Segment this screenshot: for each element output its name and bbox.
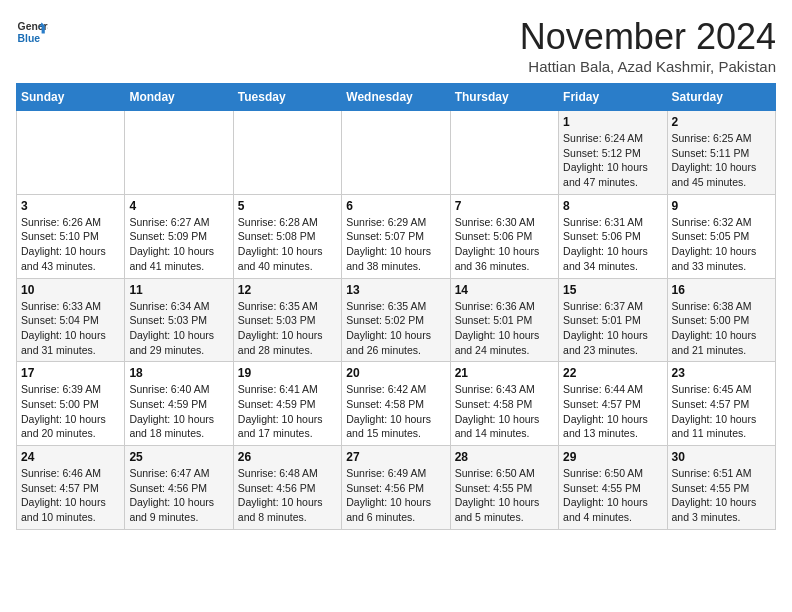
calendar-cell: 25Sunrise: 6:47 AM Sunset: 4:56 PM Dayli…: [125, 446, 233, 530]
calendar-cell: 12Sunrise: 6:35 AM Sunset: 5:03 PM Dayli…: [233, 278, 341, 362]
day-number: 23: [672, 366, 771, 380]
calendar-cell: 27Sunrise: 6:49 AM Sunset: 4:56 PM Dayli…: [342, 446, 450, 530]
page-header: General Blue November 2024 Hattian Bala,…: [16, 16, 776, 75]
day-number: 25: [129, 450, 228, 464]
calendar-cell: 14Sunrise: 6:36 AM Sunset: 5:01 PM Dayli…: [450, 278, 558, 362]
calendar-cell: [125, 111, 233, 195]
day-info: Sunrise: 6:41 AM Sunset: 4:59 PM Dayligh…: [238, 382, 337, 441]
day-info: Sunrise: 6:31 AM Sunset: 5:06 PM Dayligh…: [563, 215, 662, 274]
column-header-friday: Friday: [559, 84, 667, 111]
calendar-cell: 6Sunrise: 6:29 AM Sunset: 5:07 PM Daylig…: [342, 194, 450, 278]
calendar-cell: 19Sunrise: 6:41 AM Sunset: 4:59 PM Dayli…: [233, 362, 341, 446]
day-info: Sunrise: 6:38 AM Sunset: 5:00 PM Dayligh…: [672, 299, 771, 358]
day-info: Sunrise: 6:48 AM Sunset: 4:56 PM Dayligh…: [238, 466, 337, 525]
calendar-cell: 16Sunrise: 6:38 AM Sunset: 5:00 PM Dayli…: [667, 278, 775, 362]
day-number: 27: [346, 450, 445, 464]
day-number: 26: [238, 450, 337, 464]
calendar-header-row: SundayMondayTuesdayWednesdayThursdayFrid…: [17, 84, 776, 111]
calendar-cell: 28Sunrise: 6:50 AM Sunset: 4:55 PM Dayli…: [450, 446, 558, 530]
day-number: 7: [455, 199, 554, 213]
day-number: 2: [672, 115, 771, 129]
day-info: Sunrise: 6:47 AM Sunset: 4:56 PM Dayligh…: [129, 466, 228, 525]
day-number: 28: [455, 450, 554, 464]
day-number: 17: [21, 366, 120, 380]
column-header-sunday: Sunday: [17, 84, 125, 111]
calendar-table: SundayMondayTuesdayWednesdayThursdayFrid…: [16, 83, 776, 530]
day-number: 22: [563, 366, 662, 380]
day-number: 1: [563, 115, 662, 129]
day-number: 20: [346, 366, 445, 380]
day-info: Sunrise: 6:43 AM Sunset: 4:58 PM Dayligh…: [455, 382, 554, 441]
day-info: Sunrise: 6:49 AM Sunset: 4:56 PM Dayligh…: [346, 466, 445, 525]
day-number: 9: [672, 199, 771, 213]
column-header-tuesday: Tuesday: [233, 84, 341, 111]
calendar-cell: 24Sunrise: 6:46 AM Sunset: 4:57 PM Dayli…: [17, 446, 125, 530]
title-area: November 2024 Hattian Bala, Azad Kashmir…: [520, 16, 776, 75]
day-info: Sunrise: 6:35 AM Sunset: 5:03 PM Dayligh…: [238, 299, 337, 358]
day-info: Sunrise: 6:37 AM Sunset: 5:01 PM Dayligh…: [563, 299, 662, 358]
day-number: 15: [563, 283, 662, 297]
logo-icon: General Blue: [16, 16, 48, 48]
calendar-cell: 1Sunrise: 6:24 AM Sunset: 5:12 PM Daylig…: [559, 111, 667, 195]
calendar-cell: 5Sunrise: 6:28 AM Sunset: 5:08 PM Daylig…: [233, 194, 341, 278]
calendar-cell: 3Sunrise: 6:26 AM Sunset: 5:10 PM Daylig…: [17, 194, 125, 278]
calendar-cell: 20Sunrise: 6:42 AM Sunset: 4:58 PM Dayli…: [342, 362, 450, 446]
calendar-cell: [450, 111, 558, 195]
week-row-3: 10Sunrise: 6:33 AM Sunset: 5:04 PM Dayli…: [17, 278, 776, 362]
calendar-cell: 15Sunrise: 6:37 AM Sunset: 5:01 PM Dayli…: [559, 278, 667, 362]
calendar-cell: 2Sunrise: 6:25 AM Sunset: 5:11 PM Daylig…: [667, 111, 775, 195]
day-info: Sunrise: 6:29 AM Sunset: 5:07 PM Dayligh…: [346, 215, 445, 274]
day-number: 21: [455, 366, 554, 380]
calendar-cell: 23Sunrise: 6:45 AM Sunset: 4:57 PM Dayli…: [667, 362, 775, 446]
day-number: 12: [238, 283, 337, 297]
svg-text:Blue: Blue: [18, 33, 41, 44]
day-info: Sunrise: 6:39 AM Sunset: 5:00 PM Dayligh…: [21, 382, 120, 441]
day-number: 5: [238, 199, 337, 213]
day-number: 11: [129, 283, 228, 297]
day-info: Sunrise: 6:33 AM Sunset: 5:04 PM Dayligh…: [21, 299, 120, 358]
calendar-cell: 4Sunrise: 6:27 AM Sunset: 5:09 PM Daylig…: [125, 194, 233, 278]
column-header-saturday: Saturday: [667, 84, 775, 111]
day-info: Sunrise: 6:50 AM Sunset: 4:55 PM Dayligh…: [563, 466, 662, 525]
column-header-monday: Monday: [125, 84, 233, 111]
calendar-cell: [233, 111, 341, 195]
calendar-cell: 26Sunrise: 6:48 AM Sunset: 4:56 PM Dayli…: [233, 446, 341, 530]
column-header-thursday: Thursday: [450, 84, 558, 111]
day-info: Sunrise: 6:24 AM Sunset: 5:12 PM Dayligh…: [563, 131, 662, 190]
calendar-cell: 13Sunrise: 6:35 AM Sunset: 5:02 PM Dayli…: [342, 278, 450, 362]
calendar-cell: 8Sunrise: 6:31 AM Sunset: 5:06 PM Daylig…: [559, 194, 667, 278]
day-info: Sunrise: 6:35 AM Sunset: 5:02 PM Dayligh…: [346, 299, 445, 358]
calendar-cell: 29Sunrise: 6:50 AM Sunset: 4:55 PM Dayli…: [559, 446, 667, 530]
day-number: 30: [672, 450, 771, 464]
day-info: Sunrise: 6:30 AM Sunset: 5:06 PM Dayligh…: [455, 215, 554, 274]
day-number: 6: [346, 199, 445, 213]
day-number: 24: [21, 450, 120, 464]
calendar-cell: [342, 111, 450, 195]
calendar-cell: 18Sunrise: 6:40 AM Sunset: 4:59 PM Dayli…: [125, 362, 233, 446]
day-info: Sunrise: 6:42 AM Sunset: 4:58 PM Dayligh…: [346, 382, 445, 441]
week-row-2: 3Sunrise: 6:26 AM Sunset: 5:10 PM Daylig…: [17, 194, 776, 278]
day-number: 10: [21, 283, 120, 297]
day-info: Sunrise: 6:51 AM Sunset: 4:55 PM Dayligh…: [672, 466, 771, 525]
day-number: 13: [346, 283, 445, 297]
calendar-cell: 30Sunrise: 6:51 AM Sunset: 4:55 PM Dayli…: [667, 446, 775, 530]
day-number: 14: [455, 283, 554, 297]
column-header-wednesday: Wednesday: [342, 84, 450, 111]
logo: General Blue: [16, 16, 48, 48]
day-info: Sunrise: 6:46 AM Sunset: 4:57 PM Dayligh…: [21, 466, 120, 525]
day-number: 4: [129, 199, 228, 213]
day-number: 8: [563, 199, 662, 213]
calendar-cell: 7Sunrise: 6:30 AM Sunset: 5:06 PM Daylig…: [450, 194, 558, 278]
day-info: Sunrise: 6:26 AM Sunset: 5:10 PM Dayligh…: [21, 215, 120, 274]
calendar-cell: 17Sunrise: 6:39 AM Sunset: 5:00 PM Dayli…: [17, 362, 125, 446]
day-info: Sunrise: 6:27 AM Sunset: 5:09 PM Dayligh…: [129, 215, 228, 274]
day-number: 18: [129, 366, 228, 380]
day-info: Sunrise: 6:36 AM Sunset: 5:01 PM Dayligh…: [455, 299, 554, 358]
calendar-cell: 11Sunrise: 6:34 AM Sunset: 5:03 PM Dayli…: [125, 278, 233, 362]
day-number: 19: [238, 366, 337, 380]
day-info: Sunrise: 6:45 AM Sunset: 4:57 PM Dayligh…: [672, 382, 771, 441]
month-title: November 2024: [520, 16, 776, 58]
day-info: Sunrise: 6:44 AM Sunset: 4:57 PM Dayligh…: [563, 382, 662, 441]
day-info: Sunrise: 6:34 AM Sunset: 5:03 PM Dayligh…: [129, 299, 228, 358]
calendar-cell: 21Sunrise: 6:43 AM Sunset: 4:58 PM Dayli…: [450, 362, 558, 446]
